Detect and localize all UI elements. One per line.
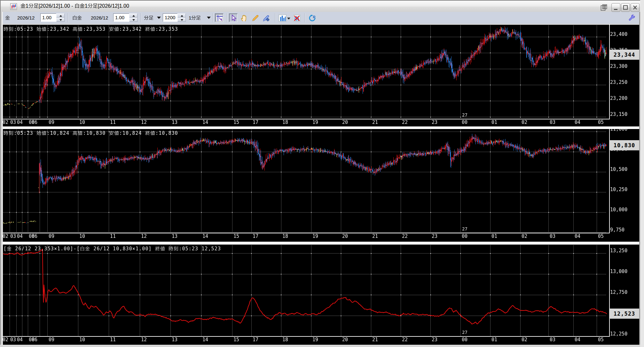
y-axis-label: 11,000 bbox=[610, 129, 627, 132]
x-axis-label: 04 bbox=[17, 337, 23, 343]
kanji-glyph bbox=[196, 15, 201, 20]
x-axis-label: 02 bbox=[522, 119, 527, 125]
toolbar-separator bbox=[213, 13, 213, 22]
x-axis-label: 03 bbox=[10, 337, 16, 343]
platinum-chart-canvas[interactable] bbox=[3, 129, 639, 242]
kanji-glyph bbox=[160, 246, 165, 251]
spin-up-icon[interactable] bbox=[129, 13, 137, 18]
marker-crosshair-button[interactable] bbox=[262, 13, 270, 22]
x-axis-label: 19 bbox=[312, 119, 318, 125]
kanji-glyph bbox=[77, 15, 82, 20]
kanji-glyph bbox=[93, 3, 98, 8]
mdi-background bbox=[640, 0, 644, 347]
x-axis-label: 13 bbox=[172, 337, 177, 343]
x-axis-label: 12 bbox=[141, 337, 147, 343]
spin-up-icon[interactable] bbox=[177, 13, 186, 18]
x-axis-label: 18 bbox=[282, 233, 288, 239]
y-axis-label: 13,000 bbox=[610, 269, 627, 274]
pencil-button[interactable] bbox=[251, 13, 259, 22]
pan-hand-button[interactable] bbox=[240, 13, 248, 22]
platinum-info-line: :05:23 :10,824 :10,830 :10,824 :10,830 bbox=[4, 130, 178, 136]
x-axis-label: 06 bbox=[32, 233, 37, 239]
x-axis-label: 01 bbox=[491, 337, 497, 343]
window-left-border bbox=[0, 12, 3, 347]
kanji-glyph bbox=[191, 15, 196, 20]
chevron-down-icon[interactable] bbox=[207, 17, 211, 19]
x-axis-label: 02 bbox=[522, 337, 527, 343]
x-axis-label: 02 bbox=[3, 233, 8, 239]
spin-down-icon[interactable] bbox=[177, 18, 186, 22]
svg-text:R: R bbox=[313, 15, 316, 19]
x-axis-label: 22 bbox=[402, 119, 408, 125]
gold-multiplier-spinner[interactable] bbox=[56, 13, 65, 22]
toolbar-separator bbox=[304, 13, 305, 22]
kanji-glyph bbox=[20, 3, 26, 8]
spread-info-line: [ 26/12 23,353×1.00]-[ 26/12 10,830×1.00… bbox=[4, 246, 221, 252]
toolbar-separator bbox=[226, 13, 227, 22]
x-axis-label: 04 bbox=[17, 233, 23, 239]
kanji-glyph bbox=[150, 27, 155, 31]
chart-type-button[interactable] bbox=[278, 13, 291, 22]
wrench-icon[interactable] bbox=[628, 14, 636, 22]
kanji-glyph bbox=[75, 3, 80, 8]
chevron-down-icon[interactable] bbox=[157, 17, 161, 19]
spin-down-icon[interactable] bbox=[56, 18, 65, 22]
x-axis-label: 04 bbox=[17, 119, 23, 125]
minimize-button[interactable] bbox=[611, 3, 620, 12]
spin-up-icon[interactable] bbox=[56, 13, 65, 18]
maximize-button[interactable] bbox=[621, 3, 630, 12]
x-axis-label: 19 bbox=[312, 233, 318, 239]
kanji-glyph bbox=[9, 27, 13, 31]
kanji-glyph bbox=[73, 131, 77, 135]
x-axis-label: 15 bbox=[233, 233, 239, 239]
bar-count-spinner[interactable] bbox=[177, 13, 186, 22]
bar-count-input[interactable]: 1200 bbox=[163, 13, 177, 22]
spread-chart-canvas[interactable] bbox=[3, 245, 639, 345]
x-axis-label: 22 bbox=[402, 337, 408, 343]
kanji-glyph bbox=[149, 15, 153, 20]
gold-info-line: :05:23 :23,342 :23,353 :23,342 :23,353 bbox=[4, 26, 178, 32]
x-axis-label: 05 bbox=[598, 233, 604, 239]
kanji-glyph bbox=[4, 27, 8, 31]
kanji-glyph bbox=[169, 246, 173, 251]
y-axis-label: 23,150 bbox=[610, 111, 627, 117]
platinum-chart-panel[interactable]: :05:23 :10,824 :10,830 :10,824 :10,830 1… bbox=[3, 129, 639, 242]
select-cursor-button[interactable] bbox=[229, 13, 238, 22]
kanji-glyph bbox=[145, 27, 150, 31]
refresh-button[interactable]: R bbox=[308, 13, 316, 22]
platinum-multiplier-input[interactable]: 1.00 bbox=[113, 13, 129, 22]
axis-scale-button[interactable] bbox=[215, 13, 224, 22]
bar-interval-dropdown[interactable]: 1 bbox=[189, 15, 201, 20]
x-axis-label: 13 bbox=[172, 119, 177, 125]
toolbar-separator bbox=[68, 13, 68, 22]
kanji-glyph bbox=[5, 15, 10, 20]
x-axis-label: 12 bbox=[141, 119, 147, 125]
platinum-multiplier-spinner[interactable] bbox=[129, 13, 137, 22]
spread-chart-panel[interactable]: [ 26/12 23,353×1.00]-[ 26/12 10,830×1.00… bbox=[3, 245, 639, 345]
kanji-glyph bbox=[7, 246, 12, 251]
y-axis-label: 23,300 bbox=[610, 63, 627, 69]
chart-delete-button[interactable] bbox=[292, 13, 301, 22]
window-bottom-border bbox=[0, 345, 640, 347]
kanji-glyph bbox=[155, 246, 160, 251]
close-button[interactable] bbox=[631, 3, 640, 12]
x-axis-label: 03 bbox=[550, 233, 555, 239]
gold-chart-panel[interactable]: :05:23 :23,342 :23,353 :23,342 :23,353 2… bbox=[3, 25, 639, 126]
x-axis-label: 02 bbox=[522, 233, 527, 239]
gold-multiplier-input[interactable]: 1.00 bbox=[40, 13, 56, 22]
x-axis-label: 17 bbox=[253, 233, 258, 239]
spin-down-icon[interactable] bbox=[129, 18, 137, 22]
chart-window: 1[2026/12]1.00 - 1[2026/12]1.00 2026/12 … bbox=[0, 0, 644, 347]
bar-type-dropdown[interactable] bbox=[144, 15, 153, 20]
kanji-glyph bbox=[85, 246, 90, 251]
toolbar-separator bbox=[141, 13, 141, 22]
mdi-restore-icon[interactable] bbox=[600, 4, 608, 12]
x-axis-label: 00 bbox=[462, 337, 467, 343]
x-axis-label: 05 bbox=[598, 337, 604, 343]
title-bar[interactable]: 1[2026/12]1.00 - 1[2026/12]1.00 bbox=[0, 0, 644, 12]
gold-chart-canvas[interactable] bbox=[3, 25, 639, 126]
y-axis-label: 13,250 bbox=[610, 248, 627, 254]
x-axis-label: 20 bbox=[342, 119, 348, 125]
x-axis-label: 14 bbox=[202, 233, 208, 239]
kanji-glyph bbox=[109, 131, 114, 135]
